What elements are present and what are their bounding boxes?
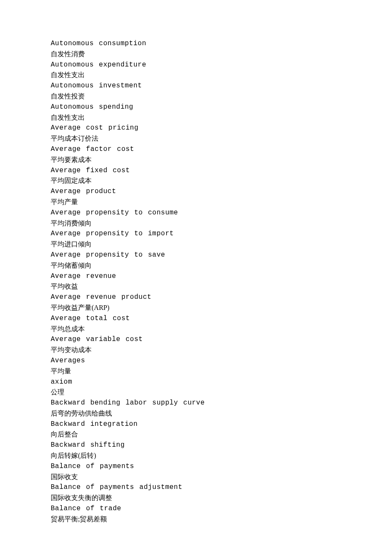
term-chinese: 自发性支出 bbox=[51, 70, 392, 81]
term-english: Average cost pricing bbox=[51, 123, 392, 133]
term-english: Autonomous investment bbox=[51, 81, 392, 91]
term-english: axiom bbox=[51, 377, 392, 387]
term-chinese: 平均进口倾向 bbox=[51, 239, 392, 250]
term-english: Autonomous spending bbox=[51, 102, 392, 113]
term-chinese: 公理 bbox=[51, 387, 392, 398]
term-chinese: 平均成本订价法 bbox=[51, 133, 392, 144]
term-chinese: 向后转嫁(后转) bbox=[51, 451, 392, 461]
term-english: Autonomous expenditure bbox=[51, 60, 392, 70]
term-english: Average variable cost bbox=[51, 334, 392, 345]
term-chinese: 贸易平衡;贸易差额 bbox=[51, 514, 392, 525]
term-chinese: 平均变动成本 bbox=[51, 345, 392, 356]
term-english: Average revenue product bbox=[51, 292, 392, 303]
term-chinese: 平均总成本 bbox=[51, 324, 392, 335]
term-chinese: 平均固定成本 bbox=[51, 176, 392, 186]
term-chinese: 自发性投资 bbox=[51, 91, 392, 102]
term-english: Average product bbox=[51, 186, 392, 197]
term-chinese: 平均要素成本 bbox=[51, 155, 392, 165]
term-english: Balance of trade bbox=[51, 503, 392, 514]
term-chinese: 平均产量 bbox=[51, 197, 392, 208]
term-english: Average propensity to import bbox=[51, 228, 392, 239]
term-chinese: 平均量 bbox=[51, 366, 392, 377]
term-english: Backward integration bbox=[51, 419, 392, 430]
term-english: Averages bbox=[51, 356, 392, 366]
term-chinese: 平均收益 bbox=[51, 281, 392, 292]
term-chinese: 后弯的劳动供给曲线 bbox=[51, 408, 392, 419]
term-chinese: 国际收支 bbox=[51, 472, 392, 483]
term-chinese: 自发性支出 bbox=[51, 113, 392, 123]
term-english: Backward bending labor supply curve bbox=[51, 398, 392, 408]
term-english: Balance of payments adjustment bbox=[51, 482, 392, 493]
term-chinese: 自发性消费 bbox=[51, 49, 392, 60]
term-chinese: 平均储蓄倾向 bbox=[51, 260, 392, 271]
term-chinese: 平均消费倾向 bbox=[51, 218, 392, 229]
glossary-list: Autonomous consumption自发性消费Autonomous ex… bbox=[51, 38, 392, 525]
term-english: Average propensity to save bbox=[51, 250, 392, 260]
term-english: Balance of payments bbox=[51, 461, 392, 472]
term-chinese: 国际收支失衡的调整 bbox=[51, 493, 392, 503]
term-english: Average fixed cost bbox=[51, 165, 392, 176]
term-english: Backward shifting bbox=[51, 440, 392, 451]
term-english: Average revenue bbox=[51, 271, 392, 282]
term-english: Average factor cost bbox=[51, 144, 392, 155]
document-page: Autonomous consumption自发性消费Autonomous ex… bbox=[0, 0, 392, 555]
term-chinese: 平均收益产量(ARP) bbox=[51, 303, 392, 313]
term-english: Autonomous consumption bbox=[51, 38, 392, 49]
term-chinese: 向后整合 bbox=[51, 429, 392, 440]
term-english: Average total cost bbox=[51, 313, 392, 324]
term-english: Average propensity to consume bbox=[51, 208, 392, 218]
